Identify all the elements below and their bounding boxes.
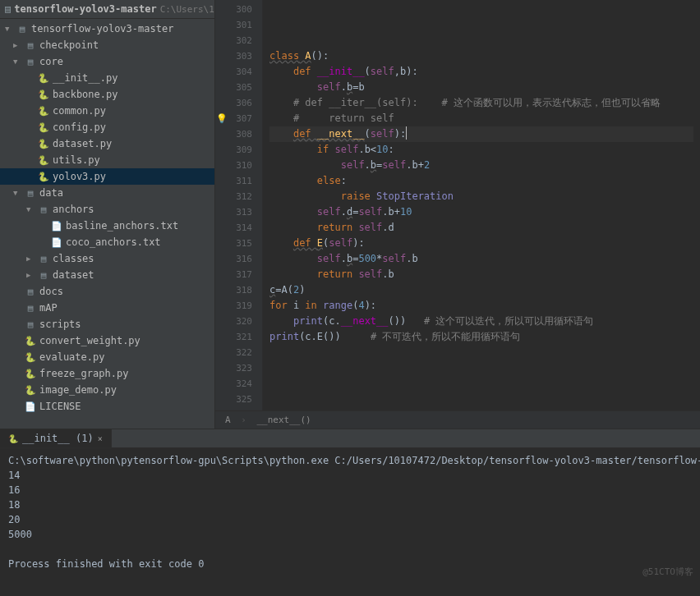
terminal-panel: 🐍 __init__ (1) × C:\software\python\pyte… [0,429,700,596]
python-file-icon: 🐍 [38,154,49,166]
folder-icon: ▤ [25,302,36,314]
python-file-icon: 🐍 [38,138,49,149]
python-file-icon: 🐍 [38,72,49,84]
terminal-command: C:\software\python\pytensorflow-gpu\Scri… [8,453,692,468]
python-file-icon: 🐍 [38,121,49,133]
file-image-demo[interactable]: 🐍image_demo.py [0,382,214,398]
breadcrumb[interactable]: A › __next__() [215,410,700,429]
folder-icon: ▤ [25,187,36,199]
python-file-icon: 🐍 [25,351,36,363]
file-tree: ▼▤tensorflow-yolov3-master ▶▤checkpoint … [0,19,214,416]
project-path: C:\Users\10107472 [160,4,215,15]
terminal-output-line: 16 [8,483,692,497]
folder-icon: ▤ [25,39,36,51]
code-content[interactable]: class A(): def __init__(self,b): self.b=… [263,0,700,410]
root-folder[interactable]: ▼▤tensorflow-yolov3-master [0,21,214,37]
terminal-output-line: 20 [8,512,692,527]
main-area: ▤ tensorflow-yolov3-master C:\Users\1010… [0,0,700,429]
python-file-icon: 🐍 [25,335,36,346]
python-file-icon: 🐍 [8,434,18,443]
terminal-tab[interactable]: 🐍 __init__ (1) × [0,429,112,447]
python-file-icon: 🐍 [25,384,36,396]
file-backbone[interactable]: 🐍backbone.py [0,86,214,103]
terminal-tabs: 🐍 __init__ (1) × [0,429,700,448]
editor-pane: 300 301 302 303 304 305 306 💡307 308 309… [215,0,700,429]
terminal-exit-status: Process finished with exit code 0 [8,557,692,571]
folder-anchors[interactable]: ▼▤anchors [0,201,214,218]
python-file-icon: 🐍 [38,89,49,100]
folder-checkpoint[interactable]: ▶▤checkpoint [0,37,214,53]
folder-classes[interactable]: ▶▤classes [0,250,214,267]
folder-icon: ▤ [38,253,49,264]
terminal-output-line: 18 [8,497,692,512]
breadcrumb-class[interactable]: A [225,415,231,425]
file-license[interactable]: 📄LICENSE [0,398,214,415]
chevron-right-icon: › [241,415,246,425]
project-header[interactable]: ▤ tensorflow-yolov3-master C:\Users\1010… [0,0,214,19]
file-config[interactable]: 🐍config.py [0,119,214,135]
terminal-output-line: 14 [8,468,692,483]
folder-data[interactable]: ▼▤data [0,185,214,201]
folder-core[interactable]: ▼▤core [0,53,214,70]
terminal-output[interactable]: C:\software\python\pytensorflow-gpu\Scri… [0,448,700,596]
file-common[interactable]: 🐍common.py [0,103,214,119]
text-cursor [406,126,407,140]
file-dataset[interactable]: 🐍dataset.py [0,135,214,152]
file-convert[interactable]: 🐍convert_weight.py [0,332,214,349]
folder-icon: ▤ [38,204,49,215]
file-coco-anchors[interactable]: 📄coco_anchors.txt [0,234,214,250]
file-evaluate[interactable]: 🐍evaluate.py [0,349,214,365]
python-file-icon: 🐍 [38,105,49,117]
folder-map[interactable]: ▤mAP [0,300,214,316]
file-freeze[interactable]: 🐍freeze_graph.py [0,365,214,382]
file-yolov3[interactable]: 🐍yolov3.py [0,168,214,185]
folder-icon: ▤ [38,269,49,281]
code-editor[interactable]: 300 301 302 303 304 305 306 💡307 308 309… [215,0,700,410]
folder-scripts[interactable]: ▤scripts [0,316,214,332]
text-file-icon: 📄 [51,236,62,248]
terminal-output-line: 5000 [8,527,692,542]
python-file-icon: 🐍 [38,171,49,182]
file-init[interactable]: 🐍__init__.py [0,70,214,86]
project-name: tensorflow-yolov3-master [14,3,156,15]
folder-icon: ▤ [25,319,36,330]
python-file-icon: 🐍 [25,368,36,379]
terminal-tab-label: __init__ (1) [22,433,94,444]
file-baseline-anchors[interactable]: 📄basline_anchors.txt [0,218,214,234]
project-icon: ▤ [5,3,11,15]
project-sidebar: ▤ tensorflow-yolov3-master C:\Users\1010… [0,0,215,429]
close-icon[interactable]: × [98,434,103,443]
watermark: @51CTO博客 [642,566,693,578]
text-file-icon: 📄 [25,401,36,412]
folder-icon: ▤ [16,23,28,34]
folder-icon: ▤ [25,56,36,67]
intention-bulb-icon[interactable]: 💡 [216,111,228,126]
folder-docs[interactable]: ▤docs [0,283,214,300]
folder-icon: ▤ [25,286,36,297]
folder-dataset2[interactable]: ▶▤dataset [0,267,214,283]
text-file-icon: 📄 [51,220,62,232]
breadcrumb-method[interactable]: __next__() [257,415,311,425]
file-utils[interactable]: 🐍utils.py [0,152,214,168]
line-gutter: 300 301 302 303 304 305 306 💡307 308 309… [215,0,263,410]
